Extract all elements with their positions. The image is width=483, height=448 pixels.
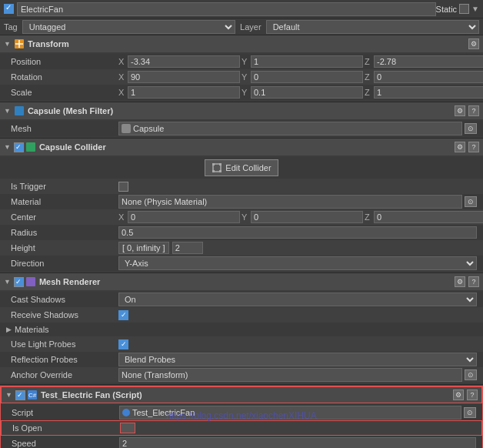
scale-row: Scale X Y Z	[0, 85, 483, 100]
mesh-field[interactable]: Capsule	[118, 122, 462, 135]
anchor-override-field[interactable]: None (Transform)	[118, 368, 462, 382]
mesh-select-btn[interactable]: ⊙	[465, 123, 477, 134]
go-active-checkbox[interactable]	[4, 4, 14, 14]
anchor-override-select-btn[interactable]: ⊙	[465, 369, 477, 380]
rotation-z[interactable]	[374, 71, 483, 83]
is-open-checkbox[interactable]	[120, 423, 135, 433]
center-row: Center X Y Z	[0, 209, 483, 225]
tag-dropdown[interactable]: Untagged	[22, 20, 235, 34]
speed-input[interactable]	[119, 437, 476, 448]
test-script-header[interactable]: ▼ ✓ C# Test_Electric Fan (Script) ⚙ ?	[1, 386, 482, 403]
edit-collider-btn[interactable]: Edit Collider	[205, 159, 278, 176]
mesh-obj-icon	[122, 124, 131, 133]
scale-y[interactable]	[251, 86, 363, 99]
rotation-y[interactable]	[251, 71, 363, 83]
capsule-collider-title: Capsule Collider	[39, 142, 455, 152]
mesh-row: Mesh Capsule ⊙	[0, 121, 483, 136]
mesh-filter-title: Capsule (Mesh Filter)	[28, 106, 455, 115]
use-light-probes-checkbox[interactable]: ✓	[118, 339, 128, 349]
center-x[interactable]	[128, 211, 240, 223]
edit-collider-label: Edit Collider	[225, 163, 271, 172]
radius-input[interactable]	[118, 226, 477, 239]
test-script-help-btn[interactable]: ?	[467, 389, 478, 400]
is-trigger-label: Is Trigger	[11, 182, 118, 191]
script-field[interactable]: Test_ElectricFan	[119, 406, 461, 420]
gameobject-name-input[interactable]	[17, 2, 436, 16]
reflection-probes-select[interactable]: Blend Probes	[118, 353, 477, 366]
test-script-fold-arrow: ▼	[5, 391, 12, 399]
position-y[interactable]	[251, 55, 363, 68]
height-range-text: [ 0, infinity ]	[118, 242, 169, 254]
is-trigger-checkbox[interactable]	[118, 182, 128, 192]
receive-shadows-row: Receive Shadows ✓	[0, 307, 483, 323]
test-script-component: ▼ ✓ C# Test_Electric Fan (Script) ⚙ ? Sc…	[0, 386, 483, 448]
use-light-probes-value: ✓	[118, 339, 477, 349]
position-values: X Y Z	[118, 55, 483, 68]
layer-dropdown[interactable]: Default	[266, 20, 479, 34]
transform-settings-btn[interactable]: ⚙	[468, 38, 479, 49]
cast-shadows-row: Cast Shadows On	[0, 292, 483, 307]
height-value: [ 0, infinity ]	[118, 242, 477, 254]
materials-fold-arrow: ▶	[6, 326, 12, 333]
script-label: Script	[12, 408, 119, 417]
test-script-settings-btn[interactable]: ⚙	[453, 389, 464, 400]
material-row: Material None (Physic Material) ⊙	[0, 194, 483, 209]
collider-material-value: None (Physic Material) ⊙	[118, 195, 477, 209]
center-z[interactable]	[374, 211, 483, 223]
cast-shadows-value: On	[118, 293, 477, 306]
capsule-collider-enable-checkbox[interactable]: ✓	[14, 142, 24, 152]
test-script-enable-checkbox[interactable]: ✓	[15, 390, 25, 400]
position-label: Position	[11, 57, 118, 66]
tag-layer-bar: Tag Untagged Layer Default	[0, 18, 483, 35]
mesh-renderer-settings-btn[interactable]: ⚙	[455, 276, 465, 287]
collider-material-label: Material	[11, 197, 118, 206]
mesh-filter-help-btn[interactable]: ?	[468, 105, 479, 116]
transform-component: ▼ Transform ⚙ Position X Y Z	[0, 35, 483, 102]
radius-label: Radius	[11, 228, 118, 237]
anchor-override-value: None (Transform) ⊙	[118, 368, 477, 382]
tag-label: Tag	[4, 22, 18, 32]
scale-label: Scale	[11, 88, 118, 97]
rotation-row: Rotation X Y Z	[0, 69, 483, 85]
static-dropdown-arrow[interactable]: ▼	[471, 5, 479, 13]
position-z[interactable]	[374, 55, 483, 68]
scale-x[interactable]	[128, 86, 240, 99]
transform-header[interactable]: ▼ Transform ⚙	[0, 35, 483, 52]
collider-material-field[interactable]: None (Physic Material)	[118, 195, 462, 209]
capsule-collider-settings-btn[interactable]: ⚙	[455, 142, 465, 152]
direction-row: Direction Y-Axis	[0, 256, 483, 271]
mesh-renderer-header[interactable]: ▼ ✓ Mesh Renderer ⚙ ?	[0, 273, 483, 290]
mesh-filter-header[interactable]: ▼ Capsule (Mesh Filter) ⚙ ?	[0, 102, 483, 119]
capsule-collider-help-btn[interactable]: ?	[468, 142, 479, 152]
center-y[interactable]	[251, 211, 363, 223]
receive-shadows-checkbox[interactable]: ✓	[118, 310, 128, 320]
direction-select[interactable]: Y-Axis	[118, 256, 477, 270]
inspector-content: ▼ Transform ⚙ Position X Y Z	[0, 35, 483, 448]
script-select-btn[interactable]: ⊙	[464, 407, 476, 418]
radius-value	[118, 226, 477, 239]
is-open-label: Is Open	[12, 423, 120, 433]
cast-shadows-select[interactable]: On	[118, 293, 477, 306]
svg-rect-4	[26, 142, 35, 152]
is-trigger-row: Is Trigger	[0, 179, 483, 194]
rotation-x[interactable]	[128, 71, 240, 83]
height-input[interactable]	[172, 242, 203, 254]
scale-values: X Y Z	[118, 86, 483, 99]
collider-material-select-btn[interactable]: ⊙	[465, 196, 477, 207]
capsule-collider-header[interactable]: ▼ ✓ Capsule Collider ⚙ ?	[0, 139, 483, 155]
is-trigger-value	[118, 182, 477, 192]
script-row: Script Test_ElectricFan ⊙	[1, 405, 482, 420]
position-row: Position X Y Z	[0, 54, 483, 69]
position-x[interactable]	[128, 55, 240, 68]
mesh-renderer-help-btn[interactable]: ?	[468, 276, 479, 287]
materials-foldout[interactable]: ▶ Materials	[0, 323, 483, 336]
scale-z[interactable]	[374, 86, 483, 99]
svg-rect-10	[26, 277, 35, 286]
center-label: Center	[11, 212, 118, 222]
static-checkbox[interactable]	[459, 4, 469, 14]
mesh-filter-settings-btn[interactable]: ⚙	[455, 105, 465, 116]
transform-fold-arrow: ▼	[4, 40, 11, 48]
is-open-row: Is Open	[1, 420, 482, 436]
transform-body: Position X Y Z Rotation X Y Z	[0, 52, 483, 102]
mesh-renderer-enable-checkbox[interactable]: ✓	[14, 277, 24, 287]
